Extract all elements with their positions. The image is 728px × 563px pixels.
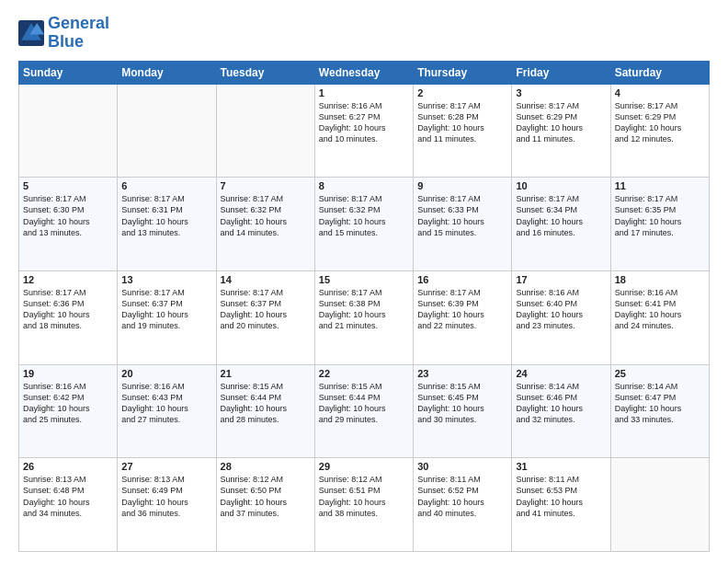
weekday-header: Wednesday — [314, 61, 413, 84]
calendar-cell: 18Sunrise: 8:16 AM Sunset: 6:41 PM Dayli… — [610, 270, 709, 364]
day-info: Sunrise: 8:13 AM Sunset: 6:49 PM Dayligh… — [121, 474, 211, 519]
weekday-header: Sunday — [19, 61, 118, 84]
page: General Blue SundayMondayTuesdayWednesda… — [0, 0, 728, 563]
calendar-cell: 25Sunrise: 8:14 AM Sunset: 6:47 PM Dayli… — [610, 364, 709, 458]
day-info: Sunrise: 8:15 AM Sunset: 6:44 PM Dayligh… — [221, 381, 311, 426]
day-info: Sunrise: 8:16 AM Sunset: 6:42 PM Dayligh… — [23, 381, 113, 426]
day-number: 9 — [417, 180, 507, 191]
day-number: 5 — [23, 180, 113, 191]
calendar-cell — [19, 84, 118, 178]
day-number: 30 — [417, 461, 507, 472]
calendar-cell: 31Sunrise: 8:11 AM Sunset: 6:53 PM Dayli… — [512, 458, 610, 552]
calendar-cell: 23Sunrise: 8:15 AM Sunset: 6:45 PM Dayli… — [414, 364, 512, 458]
calendar-week-row: 26Sunrise: 8:13 AM Sunset: 6:48 PM Dayli… — [19, 458, 710, 552]
day-info: Sunrise: 8:16 AM Sunset: 6:40 PM Dayligh… — [516, 287, 606, 332]
day-number: 15 — [319, 274, 409, 285]
calendar-week-row: 1Sunrise: 8:16 AM Sunset: 6:27 PM Daylig… — [19, 84, 710, 178]
day-number: 28 — [221, 461, 311, 472]
day-number: 24 — [516, 368, 606, 379]
calendar-table: SundayMondayTuesdayWednesdayThursdayFrid… — [18, 61, 710, 552]
day-number: 23 — [417, 368, 507, 379]
day-info: Sunrise: 8:15 AM Sunset: 6:45 PM Dayligh… — [417, 381, 507, 426]
calendar-cell: 5Sunrise: 8:17 AM Sunset: 6:30 PM Daylig… — [19, 178, 118, 271]
calendar-cell: 13Sunrise: 8:17 AM Sunset: 6:37 PM Dayli… — [118, 270, 216, 364]
day-info: Sunrise: 8:17 AM Sunset: 6:35 PM Dayligh… — [615, 193, 705, 238]
day-info: Sunrise: 8:17 AM Sunset: 6:34 PM Dayligh… — [516, 193, 606, 238]
logo: General Blue — [18, 15, 109, 52]
calendar-cell: 12Sunrise: 8:17 AM Sunset: 6:36 PM Dayli… — [19, 270, 118, 364]
day-number: 14 — [221, 274, 311, 285]
day-number: 11 — [615, 180, 705, 191]
calendar-week-row: 19Sunrise: 8:16 AM Sunset: 6:42 PM Dayli… — [19, 364, 710, 458]
day-info: Sunrise: 8:17 AM Sunset: 6:31 PM Dayligh… — [121, 193, 211, 238]
day-info: Sunrise: 8:17 AM Sunset: 6:36 PM Dayligh… — [23, 287, 113, 332]
calendar-cell: 29Sunrise: 8:12 AM Sunset: 6:51 PM Dayli… — [314, 458, 413, 552]
day-number: 25 — [615, 368, 705, 379]
calendar-cell: 11Sunrise: 8:17 AM Sunset: 6:35 PM Dayli… — [610, 178, 709, 271]
day-info: Sunrise: 8:17 AM Sunset: 6:29 PM Dayligh… — [516, 100, 606, 145]
calendar-cell: 8Sunrise: 8:17 AM Sunset: 6:32 PM Daylig… — [314, 178, 413, 271]
day-info: Sunrise: 8:17 AM Sunset: 6:32 PM Dayligh… — [319, 193, 409, 238]
day-info: Sunrise: 8:17 AM Sunset: 6:38 PM Dayligh… — [319, 287, 409, 332]
calendar-cell: 30Sunrise: 8:11 AM Sunset: 6:52 PM Dayli… — [414, 458, 512, 552]
weekday-header: Monday — [118, 61, 216, 84]
calendar-cell: 10Sunrise: 8:17 AM Sunset: 6:34 PM Dayli… — [512, 178, 610, 271]
calendar-cell: 20Sunrise: 8:16 AM Sunset: 6:43 PM Dayli… — [118, 364, 216, 458]
header: General Blue — [18, 15, 710, 52]
day-number: 16 — [417, 274, 507, 285]
calendar-cell: 26Sunrise: 8:13 AM Sunset: 6:48 PM Dayli… — [19, 458, 118, 552]
day-info: Sunrise: 8:12 AM Sunset: 6:50 PM Dayligh… — [221, 474, 311, 519]
day-info: Sunrise: 8:16 AM Sunset: 6:27 PM Dayligh… — [319, 100, 409, 145]
day-info: Sunrise: 8:17 AM Sunset: 6:28 PM Dayligh… — [417, 100, 507, 145]
calendar-cell: 24Sunrise: 8:14 AM Sunset: 6:46 PM Dayli… — [512, 364, 610, 458]
calendar-cell: 3Sunrise: 8:17 AM Sunset: 6:29 PM Daylig… — [512, 84, 610, 178]
calendar-cell: 16Sunrise: 8:17 AM Sunset: 6:39 PM Dayli… — [414, 270, 512, 364]
day-number: 31 — [516, 461, 606, 472]
calendar-cell — [610, 458, 709, 552]
calendar-cell: 14Sunrise: 8:17 AM Sunset: 6:37 PM Dayli… — [216, 270, 314, 364]
calendar-cell: 4Sunrise: 8:17 AM Sunset: 6:29 PM Daylig… — [610, 84, 709, 178]
calendar-cell: 17Sunrise: 8:16 AM Sunset: 6:40 PM Dayli… — [512, 270, 610, 364]
day-info: Sunrise: 8:15 AM Sunset: 6:44 PM Dayligh… — [319, 381, 409, 426]
day-number: 22 — [319, 368, 409, 379]
calendar-cell: 15Sunrise: 8:17 AM Sunset: 6:38 PM Dayli… — [314, 270, 413, 364]
weekday-header: Saturday — [610, 61, 709, 84]
day-number: 7 — [221, 180, 311, 191]
day-info: Sunrise: 8:17 AM Sunset: 6:33 PM Dayligh… — [417, 193, 507, 238]
logo-line1: General — [48, 15, 109, 33]
day-info: Sunrise: 8:14 AM Sunset: 6:47 PM Dayligh… — [615, 381, 705, 426]
day-info: Sunrise: 8:11 AM Sunset: 6:52 PM Dayligh… — [417, 474, 507, 519]
day-number: 27 — [121, 461, 211, 472]
day-number: 3 — [516, 87, 606, 98]
day-number: 8 — [319, 180, 409, 191]
calendar-cell: 28Sunrise: 8:12 AM Sunset: 6:50 PM Dayli… — [216, 458, 314, 552]
day-number: 13 — [121, 274, 211, 285]
calendar-cell: 1Sunrise: 8:16 AM Sunset: 6:27 PM Daylig… — [314, 84, 413, 178]
day-number: 1 — [319, 87, 409, 98]
day-number: 19 — [23, 368, 113, 379]
day-info: Sunrise: 8:17 AM Sunset: 6:29 PM Dayligh… — [615, 100, 705, 145]
calendar-cell: 19Sunrise: 8:16 AM Sunset: 6:42 PM Dayli… — [19, 364, 118, 458]
calendar-cell: 9Sunrise: 8:17 AM Sunset: 6:33 PM Daylig… — [414, 178, 512, 271]
calendar-cell: 21Sunrise: 8:15 AM Sunset: 6:44 PM Dayli… — [216, 364, 314, 458]
logo-line2: Blue — [48, 33, 109, 52]
day-info: Sunrise: 8:16 AM Sunset: 6:41 PM Dayligh… — [615, 287, 705, 332]
day-number: 6 — [121, 180, 211, 191]
day-number: 26 — [23, 461, 113, 472]
day-info: Sunrise: 8:17 AM Sunset: 6:37 PM Dayligh… — [121, 287, 211, 332]
day-info: Sunrise: 8:13 AM Sunset: 6:48 PM Dayligh… — [23, 474, 113, 519]
day-number: 10 — [516, 180, 606, 191]
day-info: Sunrise: 8:16 AM Sunset: 6:43 PM Dayligh… — [121, 381, 211, 426]
calendar-cell: 22Sunrise: 8:15 AM Sunset: 6:44 PM Dayli… — [314, 364, 413, 458]
calendar-week-row: 12Sunrise: 8:17 AM Sunset: 6:36 PM Dayli… — [19, 270, 710, 364]
weekday-header: Thursday — [414, 61, 512, 84]
day-number: 20 — [121, 368, 211, 379]
weekday-header: Friday — [512, 61, 610, 84]
calendar-cell — [118, 84, 216, 178]
day-number: 18 — [615, 274, 705, 285]
weekday-header: Tuesday — [216, 61, 314, 84]
calendar-cell: 27Sunrise: 8:13 AM Sunset: 6:49 PM Dayli… — [118, 458, 216, 552]
day-info: Sunrise: 8:14 AM Sunset: 6:46 PM Dayligh… — [516, 381, 606, 426]
day-info: Sunrise: 8:17 AM Sunset: 6:37 PM Dayligh… — [221, 287, 311, 332]
day-number: 17 — [516, 274, 606, 285]
